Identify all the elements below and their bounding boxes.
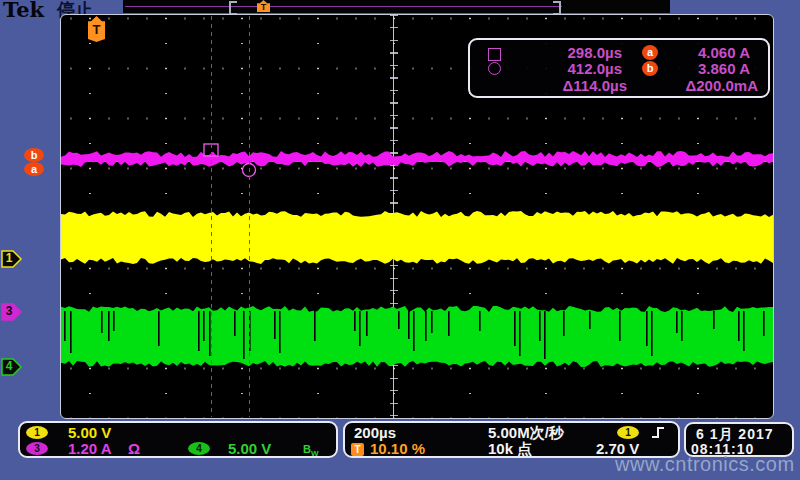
channel-4-marker-label: 4 [1, 359, 17, 373]
channel-3-coupling: Ω [128, 440, 140, 457]
zoom-window-left-bracket[interactable] [229, 1, 237, 15]
channel-4-scale: 5.00 V [228, 440, 271, 457]
trigger-holdoff-readout: 10.10 % [370, 440, 425, 457]
source-a-badge: a [642, 45, 658, 60]
watermark: www.cntronics.com [615, 453, 795, 476]
time-cursor-a[interactable] [211, 16, 212, 417]
channel-3-scale: 1.20 A [68, 440, 112, 457]
bandwidth-limit-indicator: BW [303, 443, 319, 458]
cursor-a-value: 4.060 A [665, 44, 750, 61]
trigger-holdoff-icon: T [351, 443, 364, 456]
datetime-box[interactable]: 6 1月 2017 08:11:10 [684, 422, 794, 457]
trigger-source-badge[interactable]: 1 [617, 426, 639, 439]
trigger-slope-icon [651, 425, 666, 440]
cursor-readout-box: 298.0µs 412.0µs Δ114.0µs a b 4.060 A 3.8… [468, 38, 770, 98]
acquisition-overview-bar: T [123, 0, 670, 13]
cursor-delta-time: Δ114.0µs [532, 77, 627, 94]
channel-1-badge[interactable]: 1 [26, 426, 48, 439]
channel-4-ground-marker[interactable]: 4 [1, 358, 23, 376]
tek-logo: Tek [3, 0, 44, 22]
trigger-position-icon[interactable]: T [257, 0, 270, 12]
cursor-a-source-badge[interactable]: a [24, 162, 44, 176]
trigger-position-marker[interactable]: T [88, 16, 105, 42]
cursor-b-circle-icon [488, 62, 501, 75]
cursor-a-square-icon [488, 48, 501, 61]
cursor-delta-value: Δ200.0mA [660, 77, 758, 94]
zoom-window-right-bracket[interactable] [553, 1, 561, 15]
cursor-b-time: 412.0µs [532, 60, 622, 77]
cursor-b-value: 3.860 A [665, 60, 750, 77]
channel-3-badge[interactable]: 3 [26, 442, 48, 455]
channel-scales-box[interactable]: 1 5.00 V 3 1.20 A Ω 4 5.00 V BW [18, 421, 338, 458]
channel-4-badge[interactable]: 4 [188, 442, 210, 455]
oscilloscope-screen: { "header": { "brand": "Tek", "acq_statu… [0, 0, 800, 480]
timebase-readout: 200µs [354, 424, 396, 441]
cursor-a-time: 298.0µs [532, 44, 622, 61]
channel-3-ground-marker[interactable]: 3 [1, 303, 23, 321]
channel-1-scale: 5.00 V [68, 424, 111, 441]
cursor-b-source-badge[interactable]: b [24, 148, 44, 162]
source-b-badge: b [642, 61, 658, 76]
record-length-readout: 10k 点 [488, 440, 532, 459]
channel-1-ground-marker[interactable]: 1 [1, 250, 23, 268]
trigger-marker-label: T [88, 22, 105, 37]
overview-record-line [125, 6, 562, 7]
channel-1-marker-label: 1 [1, 251, 17, 265]
time-cursor-b[interactable] [249, 16, 250, 417]
channel-3-marker-label: 3 [1, 304, 17, 318]
